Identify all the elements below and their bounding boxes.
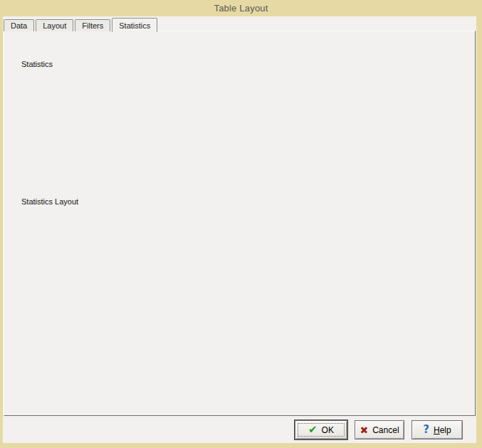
tab-strip: Data Layout Filters Statistics (4, 17, 159, 31)
window-title: Table Layout (214, 3, 268, 14)
x-icon: ✖ (360, 425, 368, 435)
cancel-button-label: Cancel (372, 425, 399, 435)
help-button-label: Help (434, 425, 451, 435)
title-bar[interactable]: Table Layout (0, 0, 482, 16)
question-mark-icon: ? (423, 424, 429, 435)
tab-data[interactable]: Data (4, 19, 34, 31)
statistics-layout-group-label: Statistics Layout (19, 197, 80, 206)
tab-layout[interactable]: Layout (36, 19, 73, 31)
tab-filters[interactable]: Filters (75, 19, 110, 31)
ok-button[interactable]: ✔ OK (295, 420, 347, 439)
tab-statistics[interactable]: Statistics (112, 18, 157, 32)
check-icon: ✔ (308, 424, 318, 435)
statistics-group-label: Statistics (19, 60, 55, 68)
cancel-button[interactable]: ✖ Cancel (355, 420, 404, 439)
table-layout-dialog: Table Layout Data Layout Filters Statist… (0, 0, 482, 448)
statistics-tab-page (4, 31, 476, 416)
help-button[interactable]: ? Help (412, 420, 463, 439)
ok-button-label: OK (322, 425, 334, 435)
